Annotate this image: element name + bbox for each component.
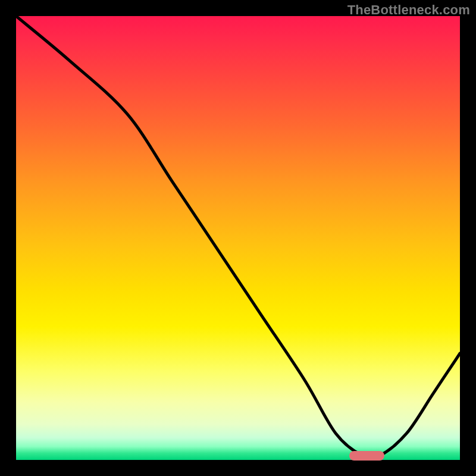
chart-plot-area bbox=[16, 16, 460, 460]
optimum-marker bbox=[349, 451, 385, 461]
bottleneck-curve bbox=[16, 16, 460, 460]
